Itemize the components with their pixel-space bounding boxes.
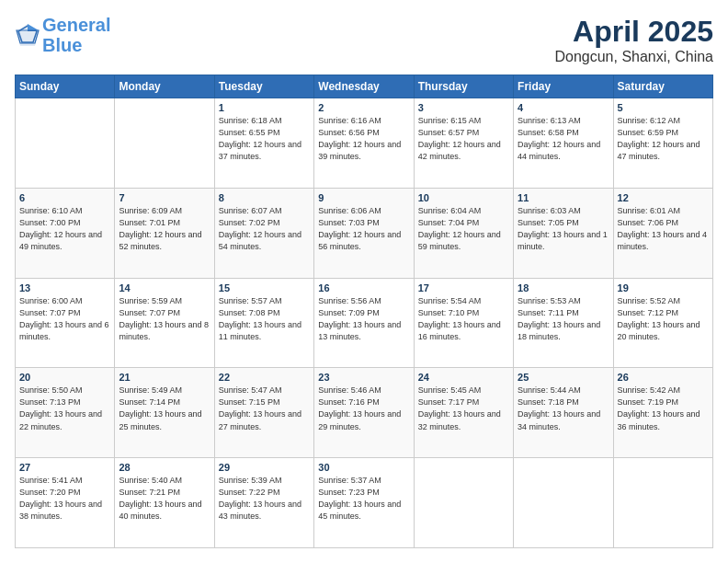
calendar-cell: 21Sunrise: 5:49 AMSunset: 7:14 PMDayligh… bbox=[115, 368, 214, 458]
week-row-1: 1Sunrise: 6:18 AMSunset: 6:55 PMDaylight… bbox=[16, 98, 713, 189]
day-info: Sunrise: 5:40 AMSunset: 7:21 PMDaylight:… bbox=[119, 475, 210, 523]
calendar-cell: 14Sunrise: 5:59 AMSunset: 7:07 PMDayligh… bbox=[115, 278, 214, 368]
day-number: 5 bbox=[618, 102, 709, 113]
day-number: 28 bbox=[119, 462, 210, 473]
calendar-cell: 16Sunrise: 5:56 AMSunset: 7:09 PMDayligh… bbox=[314, 278, 414, 368]
day-info: Sunrise: 6:01 AMSunset: 7:06 PMDaylight:… bbox=[618, 205, 709, 253]
calendar-header: Sunday Monday Tuesday Wednesday Thursday… bbox=[16, 75, 713, 98]
day-number: 25 bbox=[518, 372, 609, 383]
day-info: Sunrise: 5:41 AMSunset: 7:20 PMDaylight:… bbox=[19, 475, 110, 523]
day-number: 19 bbox=[618, 282, 709, 293]
calendar-cell: 17Sunrise: 5:54 AMSunset: 7:10 PMDayligh… bbox=[414, 278, 513, 368]
day-number: 26 bbox=[618, 372, 709, 383]
day-info: Sunrise: 5:46 AMSunset: 7:16 PMDaylight:… bbox=[318, 385, 409, 432]
day-number: 15 bbox=[219, 282, 310, 293]
day-info: Sunrise: 6:16 AMSunset: 6:56 PMDaylight:… bbox=[318, 115, 409, 163]
day-info: Sunrise: 5:54 AMSunset: 7:10 PMDaylight:… bbox=[418, 295, 509, 343]
day-number: 2 bbox=[318, 102, 409, 113]
day-number: 8 bbox=[219, 192, 310, 203]
day-info: Sunrise: 6:12 AMSunset: 6:59 PMDaylight:… bbox=[618, 115, 709, 163]
calendar-cell: 23Sunrise: 5:46 AMSunset: 7:16 PMDayligh… bbox=[314, 368, 414, 458]
day-info: Sunrise: 6:03 AMSunset: 7:05 PMDaylight:… bbox=[518, 205, 609, 253]
day-info: Sunrise: 5:53 AMSunset: 7:11 PMDaylight:… bbox=[518, 295, 609, 343]
calendar-cell: 11Sunrise: 6:03 AMSunset: 7:05 PMDayligh… bbox=[514, 188, 613, 278]
logo-text: General Blue bbox=[42, 15, 110, 55]
day-info: Sunrise: 5:50 AMSunset: 7:13 PMDaylight:… bbox=[19, 385, 110, 432]
calendar-cell: 6Sunrise: 6:10 AMSunset: 7:00 PMDaylight… bbox=[16, 188, 115, 278]
day-info: Sunrise: 6:13 AMSunset: 6:58 PMDaylight:… bbox=[518, 115, 609, 163]
day-info: Sunrise: 5:44 AMSunset: 7:18 PMDaylight:… bbox=[518, 385, 609, 432]
day-number: 29 bbox=[219, 462, 310, 473]
calendar-cell: 7Sunrise: 6:09 AMSunset: 7:01 PMDaylight… bbox=[115, 188, 214, 278]
calendar-cell: 10Sunrise: 6:04 AMSunset: 7:04 PMDayligh… bbox=[414, 188, 513, 278]
calendar-cell bbox=[115, 98, 214, 189]
day-info: Sunrise: 5:37 AMSunset: 7:23 PMDaylight:… bbox=[318, 475, 409, 523]
day-number: 22 bbox=[219, 372, 310, 383]
day-info: Sunrise: 6:15 AMSunset: 6:57 PMDaylight:… bbox=[418, 115, 509, 163]
logo-icon bbox=[15, 22, 40, 48]
day-number: 21 bbox=[119, 372, 210, 383]
calendar-table: Sunday Monday Tuesday Wednesday Thursday… bbox=[15, 75, 713, 548]
day-info: Sunrise: 6:00 AMSunset: 7:07 PMDaylight:… bbox=[19, 295, 110, 343]
calendar-cell: 29Sunrise: 5:39 AMSunset: 7:22 PMDayligh… bbox=[214, 458, 313, 548]
calendar-cell: 27Sunrise: 5:41 AMSunset: 7:20 PMDayligh… bbox=[16, 458, 115, 548]
calendar-cell: 9Sunrise: 6:06 AMSunset: 7:03 PMDaylight… bbox=[314, 188, 414, 278]
calendar-cell: 26Sunrise: 5:42 AMSunset: 7:19 PMDayligh… bbox=[613, 368, 712, 458]
week-row-3: 13Sunrise: 6:00 AMSunset: 7:07 PMDayligh… bbox=[16, 278, 713, 368]
day-info: Sunrise: 6:06 AMSunset: 7:03 PMDaylight:… bbox=[318, 205, 409, 253]
calendar-cell: 4Sunrise: 6:13 AMSunset: 6:58 PMDaylight… bbox=[514, 98, 613, 189]
day-number: 3 bbox=[418, 102, 509, 113]
logo: General Blue bbox=[15, 15, 110, 55]
header-row: Sunday Monday Tuesday Wednesday Thursday… bbox=[16, 75, 713, 98]
calendar-cell: 18Sunrise: 5:53 AMSunset: 7:11 PMDayligh… bbox=[514, 278, 613, 368]
calendar-cell: 30Sunrise: 5:37 AMSunset: 7:23 PMDayligh… bbox=[314, 458, 414, 548]
page: General Blue April 2025 Dongcun, Shanxi,… bbox=[0, 0, 728, 563]
day-number: 24 bbox=[418, 372, 509, 383]
day-number: 30 bbox=[318, 462, 409, 473]
header: General Blue April 2025 Dongcun, Shanxi,… bbox=[15, 15, 713, 65]
calendar-cell: 19Sunrise: 5:52 AMSunset: 7:12 PMDayligh… bbox=[613, 278, 712, 368]
calendar-cell: 20Sunrise: 5:50 AMSunset: 7:13 PMDayligh… bbox=[16, 368, 115, 458]
week-row-2: 6Sunrise: 6:10 AMSunset: 7:00 PMDaylight… bbox=[16, 188, 713, 278]
col-monday: Monday bbox=[115, 75, 214, 98]
week-row-5: 27Sunrise: 5:41 AMSunset: 7:20 PMDayligh… bbox=[16, 458, 713, 548]
col-wednesday: Wednesday bbox=[314, 75, 414, 98]
day-info: Sunrise: 6:07 AMSunset: 7:02 PMDaylight:… bbox=[219, 205, 310, 253]
day-number: 12 bbox=[618, 192, 709, 203]
main-title: April 2025 bbox=[554, 15, 713, 49]
logo-general: General bbox=[42, 15, 110, 35]
col-friday: Friday bbox=[514, 75, 613, 98]
calendar-cell: 15Sunrise: 5:57 AMSunset: 7:08 PMDayligh… bbox=[214, 278, 313, 368]
title-block: April 2025 Dongcun, Shanxi, China bbox=[554, 15, 713, 65]
calendar-cell: 5Sunrise: 6:12 AMSunset: 6:59 PMDaylight… bbox=[613, 98, 712, 189]
calendar-cell: 28Sunrise: 5:40 AMSunset: 7:21 PMDayligh… bbox=[115, 458, 214, 548]
day-info: Sunrise: 6:18 AMSunset: 6:55 PMDaylight:… bbox=[219, 115, 310, 163]
calendar-cell: 2Sunrise: 6:16 AMSunset: 6:56 PMDaylight… bbox=[314, 98, 414, 189]
col-thursday: Thursday bbox=[414, 75, 513, 98]
day-info: Sunrise: 5:45 AMSunset: 7:17 PMDaylight:… bbox=[418, 385, 509, 432]
col-saturday: Saturday bbox=[613, 75, 712, 98]
calendar-cell bbox=[414, 458, 513, 548]
day-number: 1 bbox=[219, 102, 310, 113]
col-sunday: Sunday bbox=[16, 75, 115, 98]
day-number: 13 bbox=[19, 282, 110, 293]
calendar-cell: 24Sunrise: 5:45 AMSunset: 7:17 PMDayligh… bbox=[414, 368, 513, 458]
day-info: Sunrise: 5:59 AMSunset: 7:07 PMDaylight:… bbox=[119, 295, 210, 343]
calendar-cell: 13Sunrise: 6:00 AMSunset: 7:07 PMDayligh… bbox=[16, 278, 115, 368]
day-number: 9 bbox=[318, 192, 409, 203]
day-number: 11 bbox=[518, 192, 609, 203]
day-info: Sunrise: 5:57 AMSunset: 7:08 PMDaylight:… bbox=[219, 295, 310, 343]
day-info: Sunrise: 6:04 AMSunset: 7:04 PMDaylight:… bbox=[418, 205, 509, 253]
day-number: 27 bbox=[19, 462, 110, 473]
day-info: Sunrise: 6:10 AMSunset: 7:00 PMDaylight:… bbox=[19, 205, 110, 253]
calendar-cell: 25Sunrise: 5:44 AMSunset: 7:18 PMDayligh… bbox=[514, 368, 613, 458]
day-info: Sunrise: 5:49 AMSunset: 7:14 PMDaylight:… bbox=[119, 385, 210, 432]
calendar-cell bbox=[613, 458, 712, 548]
calendar-cell: 3Sunrise: 6:15 AMSunset: 6:57 PMDaylight… bbox=[414, 98, 513, 189]
calendar-cell bbox=[16, 98, 115, 189]
day-number: 23 bbox=[318, 372, 409, 383]
calendar-cell: 8Sunrise: 6:07 AMSunset: 7:02 PMDaylight… bbox=[214, 188, 313, 278]
day-number: 14 bbox=[119, 282, 210, 293]
col-tuesday: Tuesday bbox=[214, 75, 313, 98]
day-info: Sunrise: 5:52 AMSunset: 7:12 PMDaylight:… bbox=[618, 295, 709, 343]
